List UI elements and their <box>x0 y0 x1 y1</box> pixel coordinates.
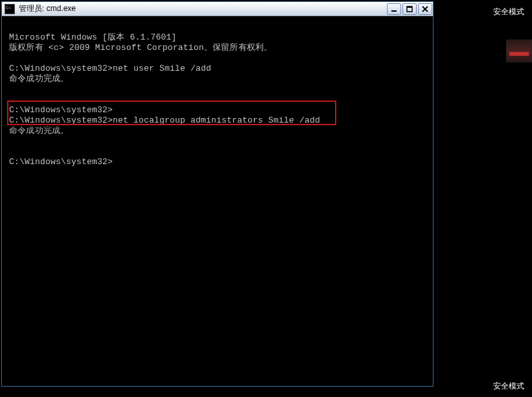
cmd-icon <box>5 4 15 14</box>
maximize-button[interactable] <box>402 3 417 15</box>
line-cmd1: C:\Windows\system32>net user Smile /add <box>9 64 211 73</box>
titlebar[interactable]: 管理员: cmd.exe <box>2 2 433 16</box>
line-ok1: 命令成功完成。 <box>9 74 69 84</box>
minimize-button[interactable] <box>387 3 401 15</box>
line-version: Microsoft Windows [版本 6.1.7601] <box>9 32 176 42</box>
cmd-window: 管理员: cmd.exe Microsoft Windows [版本 6.1.7… <box>1 1 434 387</box>
line-cmd2: C:\Windows\system32>net localgroup admin… <box>9 115 320 125</box>
close-button[interactable] <box>418 3 432 15</box>
terminal-area[interactable]: Microsoft Windows [版本 6.1.7601] 版权所有 <c>… <box>4 17 431 384</box>
line-ok2: 命令成功完成。 <box>9 126 69 136</box>
safe-mode-label-top: 安全模式 <box>493 6 524 18</box>
safe-mode-label-bottom: 安全模式 <box>493 381 524 392</box>
desktop-thumbnail <box>506 40 532 62</box>
window-title: 管理员: cmd.exe <box>17 3 386 14</box>
line-prompt2: C:\Windows\system32> <box>9 105 113 115</box>
line-prompt3: C:\Windows\system32> <box>9 157 113 167</box>
line-copyright: 版权所有 <c> 2009 Microsoft Corporation。保留所有… <box>9 43 272 53</box>
